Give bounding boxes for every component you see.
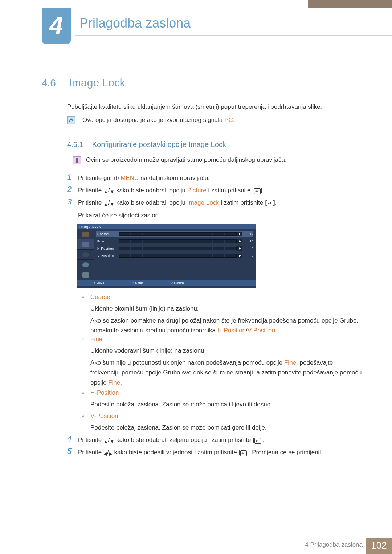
osd-arrow-right-icon: ▶: [237, 246, 242, 251]
bullet-coarse-title: Coarse: [90, 294, 363, 301]
osd-arrow-right-icon: ▶: [237, 254, 242, 258]
svg-rect-0: [76, 158, 78, 163]
footer-rule: [33, 538, 392, 538]
enter-icon: ↵: [254, 438, 261, 444]
step-5-number: 5: [67, 447, 76, 456]
step-2-number: 2: [67, 185, 76, 194]
bullet-fine-body: Uklonite vodoravni šum (linije) na zaslo…: [90, 346, 363, 387]
osd-icon-option: [77, 260, 94, 270]
bullet-fine-title: Fine: [90, 336, 363, 343]
step-3: 3 Pritisnite ▲/▼ kako biste odabrali opc…: [67, 198, 363, 220]
osd-icon-column: [77, 229, 94, 280]
osd-footer: ♦Move ↵Enter ↺Return: [77, 280, 256, 286]
bullet-fine: z Fine Uklonite vodoravni šum (linije) n…: [82, 336, 363, 387]
osd-title: Image Lock: [77, 224, 256, 229]
osd-row-vposition: V-Position ▶ 0: [96, 253, 253, 259]
up-arrow-icon: ▲: [103, 438, 108, 446]
note-text-1: Ova opcija dostupna je ako je izvor ulaz…: [82, 116, 235, 124]
osd-arrow-right-icon: ▶: [237, 232, 242, 236]
section-heading: 4.6 Image Lock: [42, 77, 125, 89]
bullet-vpos-body: Podesite položaj zaslona. Zaslon se može…: [90, 423, 363, 432]
osd-menu-screenshot: Image Lock Coarse ▶ 50 Fine ▶: [77, 224, 256, 288]
section-intro: Poboljšajte kvalitetu sliku uklanjanjem …: [67, 103, 363, 112]
note-1-pre: Ova opcija dostupna je ako je izvor ulaz…: [82, 116, 224, 123]
up-arrow-icon: ▲: [103, 201, 108, 208]
up-arrow-icon: ▲: [103, 188, 108, 196]
page-number: 102: [366, 538, 392, 554]
page-footer: 4 Prilagodba zaslona 102: [0, 538, 392, 554]
chapter-title: Prilagodba zaslona: [79, 16, 191, 31]
enter-icon: ↵: [240, 450, 247, 456]
step-2-body: Pritisnite ▲/▼ kako biste odabrali opcij…: [78, 185, 363, 196]
osd-icon-multi: [77, 270, 94, 280]
section-number: 4.6: [42, 77, 67, 89]
step-3-body: Pritisnite ▲/▼ kako biste odabrali opcij…: [78, 198, 363, 220]
step-4: 4 Pritisnite ▲/▼ kako biste odabrali žel…: [67, 435, 363, 446]
step-1-number: 1: [67, 172, 76, 182]
step-5-body: Pritisnite ◀/▶ kako biste podesili vrije…: [78, 447, 363, 458]
step-4-body: Pritisnite ▲/▼ kako biste odabrali želje…: [78, 435, 363, 446]
down-arrow-icon: ▼: [110, 201, 115, 208]
bullet-hpos-title: H-Position: [90, 389, 363, 397]
osd-row-hposition: H-Position ▶ 0: [96, 245, 253, 251]
step-4-number: 4: [67, 434, 76, 444]
return-icon: ↺: [171, 281, 173, 284]
subsection-title: Konfiguriranje postavki opcije Image Loc…: [92, 140, 226, 149]
bullet-coarse-body: Uklonite okomiti šum (linije) na zaslonu…: [90, 304, 363, 336]
enter-icon: ↵: [254, 188, 261, 194]
osd-rows: Coarse ▶ 50 Fine ▶ 10 H-Position ▶ 0: [94, 229, 256, 280]
bullet-marker: z: [82, 414, 84, 418]
step-1: 1 Pritisnite gumb MENU na daljinskom upr…: [67, 173, 363, 183]
osd-row-coarse: Coarse ▶ 50: [96, 231, 253, 237]
step-3-number: 3: [67, 197, 76, 206]
bullet-marker: z: [82, 337, 84, 341]
bullet-vpos-title: V-Position: [90, 413, 363, 420]
osd-arrow-right-icon: ▶: [237, 239, 242, 243]
osd-row-fine: Fine ▶ 10: [96, 238, 253, 244]
down-arrow-icon: ▼: [110, 438, 115, 446]
step-1-body: Pritisnite gumb MENU na daljinskom uprav…: [78, 173, 363, 183]
step-5: 5 Pritisnite ◀/▶ kako biste podesili vri…: [67, 447, 363, 458]
osd-icon-setup: [77, 250, 94, 260]
subsection-heading: 4.6.1 Konfiguriranje postavki opcije Ima…: [67, 140, 226, 149]
note-1-highlight: PC: [224, 116, 233, 123]
left-arrow-icon: ◀: [103, 450, 107, 458]
osd-body: Coarse ▶ 50 Fine ▶ 10 H-Position ▶ 0: [77, 229, 256, 280]
bullet-hposition: z H-Position Podesite položaj zaslona. Z…: [82, 389, 363, 409]
bullet-vposition: z V-Position Podesite položaj zaslona. Z…: [82, 413, 363, 432]
document-page: 4 Prilagodba zaslona 4.6 Image Lock Pobo…: [0, 0, 392, 554]
osd-icon-picture: [77, 229, 94, 239]
note-icon: [67, 116, 75, 124]
bullet-hpos-body: Podesite položaj zaslona. Zaslon se može…: [90, 399, 363, 409]
header-bar: [0, 0, 392, 8]
right-arrow-icon: ▶: [109, 450, 113, 458]
header-accent: [308, 0, 392, 8]
bullet-coarse: z Coarse Uklonite okomiti šum (linije) n…: [82, 294, 363, 336]
step-2: 2 Pritisnite ▲/▼ kako biste odabrali opc…: [67, 185, 363, 196]
chapter-rule: [75, 35, 392, 36]
remote-icon: [73, 156, 81, 164]
osd-slider: [119, 232, 237, 236]
bullet-marker: z: [82, 391, 84, 394]
bullet-marker: z: [82, 295, 84, 299]
move-icon: ♦: [94, 281, 96, 284]
enter-icon: ↵: [267, 201, 273, 206]
osd-icon-sound: [77, 239, 94, 250]
section-title: Image Lock: [69, 77, 125, 89]
subsection-number: 4.6.1: [67, 140, 90, 149]
chapter-number-tab: 4: [42, 8, 71, 44]
footer-label: 4 Prilagodba zaslona: [305, 541, 363, 549]
note-1-post: .: [233, 116, 235, 123]
down-arrow-icon: ▼: [110, 188, 115, 196]
step-3-line2: Prikazat će se sljedeći zaslon.: [78, 210, 363, 220]
note-text-2: Ovim se proizvodom može upravljati samo …: [86, 156, 287, 164]
enter-osd-icon: ↵: [132, 281, 135, 284]
